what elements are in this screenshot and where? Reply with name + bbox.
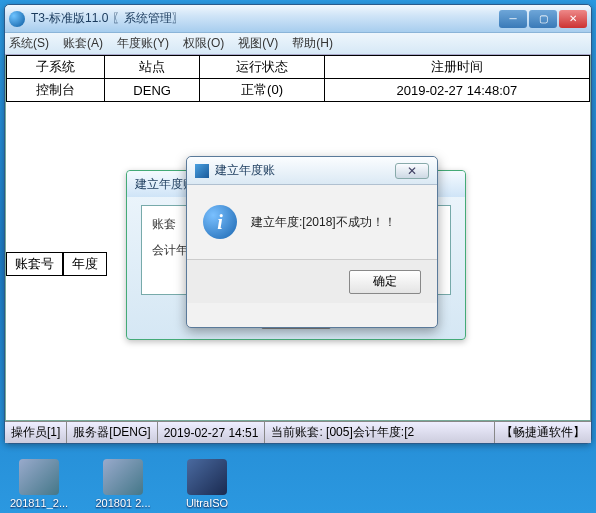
alert-message: 建立年度:[2018]不成功！！ (251, 214, 396, 231)
col-station: 站点 (105, 56, 200, 79)
status-brand: 【畅捷通软件】 (495, 422, 591, 443)
window-title: T3-标准版11.0 〖系统管理〗 (31, 10, 184, 27)
col-status: 运行状态 (200, 56, 325, 79)
menu-help[interactable]: 帮助(H) (292, 35, 333, 52)
app-icon (9, 11, 25, 27)
alert-titlebar[interactable]: 建立年度账 ✕ (187, 157, 437, 185)
menu-permission[interactable]: 权限(O) (183, 35, 224, 52)
archive-icon (103, 459, 143, 495)
menu-view[interactable]: 视图(V) (238, 35, 278, 52)
info-icon: i (203, 205, 237, 239)
col-regtime: 注册时间 (324, 56, 589, 79)
col-year: 年度 (63, 252, 107, 276)
alert-dialog: 建立年度账 ✕ i 建立年度:[2018]不成功！！ 确定 (186, 156, 438, 328)
menu-year[interactable]: 年度账(Y) (117, 35, 169, 52)
alert-close-button[interactable]: ✕ (395, 163, 429, 179)
menu-bar: 系统(S) 账套(A) 年度账(Y) 权限(O) 视图(V) 帮助(H) (5, 33, 591, 55)
col-account-no: 账套号 (6, 252, 63, 276)
menu-account[interactable]: 账套(A) (63, 35, 103, 52)
status-bar: 操作员[1] 服务器[DENG] 2019-02-27 14:51 当前账套: … (5, 421, 591, 443)
main-titlebar[interactable]: T3-标准版11.0 〖系统管理〗 ─ ▢ ✕ (5, 5, 591, 33)
status-server: 服务器[DENG] (67, 422, 157, 443)
archive-icon (19, 459, 59, 495)
alert-footer: 确定 (187, 259, 437, 303)
status-table: 子系统 站点 运行状态 注册时间 控制台 DENG 正常(0) 2019-02-… (6, 55, 590, 102)
close-button[interactable]: ✕ (559, 10, 587, 28)
alert-app-icon (195, 164, 209, 178)
maximize-button[interactable]: ▢ (529, 10, 557, 28)
status-operator: 操作员[1] (5, 422, 67, 443)
alert-title: 建立年度账 (215, 162, 275, 179)
desktop-icons: 201811_2... 201801 2... UltraISO (6, 459, 240, 509)
label-account: 账套 (152, 216, 176, 233)
status-time: 2019-02-27 14:51 (158, 422, 266, 443)
menu-system[interactable]: 系统(S) (9, 35, 49, 52)
col-subsystem: 子系统 (7, 56, 105, 79)
desktop-icon-2[interactable]: 201801 2... (90, 459, 156, 509)
status-current: 当前账套: [005]会计年度:[2 (265, 422, 495, 443)
ultraiso-icon (187, 459, 227, 495)
alert-body: i 建立年度:[2018]不成功！！ (187, 185, 437, 259)
ok-button[interactable]: 确定 (349, 270, 421, 294)
desktop-icon-ultraiso[interactable]: UltraISO (174, 459, 240, 509)
desktop-icon-1[interactable]: 201811_2... (6, 459, 72, 509)
table-row[interactable]: 控制台 DENG 正常(0) 2019-02-27 14:48:07 (7, 79, 590, 102)
minimize-button[interactable]: ─ (499, 10, 527, 28)
